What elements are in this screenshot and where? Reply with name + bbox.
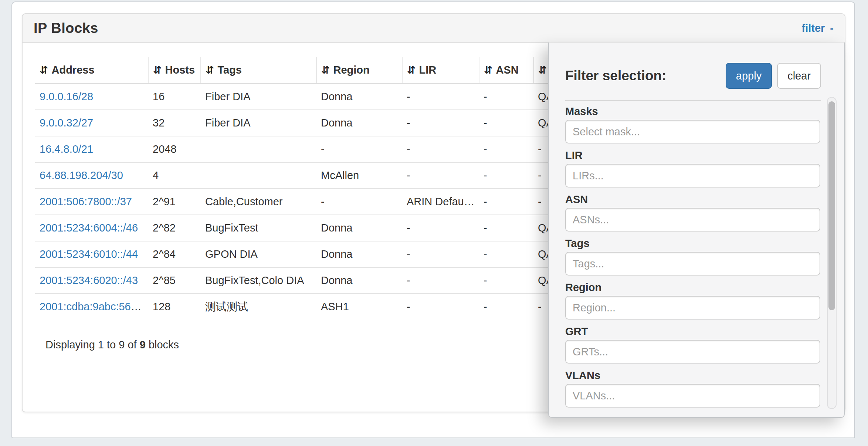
filter-panel-header: Filter selection: applyclear bbox=[565, 57, 821, 94]
tags-label: Tags bbox=[565, 236, 820, 251]
address-link[interactable]: 2001:506:7800::/37 bbox=[40, 196, 132, 207]
panel-scrollbar-thumb[interactable] bbox=[828, 101, 835, 310]
cell-address: 2001:5234:6010::/44 bbox=[35, 241, 148, 267]
cell-asn: - bbox=[479, 84, 533, 110]
cell-asn: - bbox=[479, 162, 533, 189]
address-link[interactable]: 16.4.8.0/21 bbox=[40, 143, 93, 155]
card-header: IP Blocks filter - bbox=[23, 14, 845, 43]
cell-tags bbox=[201, 162, 316, 189]
asn-label: ASN bbox=[565, 192, 820, 207]
address-link[interactable]: 64.88.198.204/30 bbox=[40, 169, 123, 181]
collapse-indicator-icon: - bbox=[830, 22, 834, 34]
filter-toggle-label[interactable]: filter bbox=[801, 22, 825, 34]
total-count: 9 bbox=[140, 339, 146, 351]
column-header-region[interactable]: ⇵Region bbox=[316, 57, 402, 84]
cell-tags: BugFixTest,Colo DIA bbox=[201, 267, 316, 294]
cell-asn: - bbox=[479, 241, 533, 267]
filter-group-region: Region bbox=[565, 280, 820, 320]
cell-asn: - bbox=[479, 136, 533, 162]
cell-region: - bbox=[316, 189, 402, 215]
lir-label: LIR bbox=[565, 148, 820, 163]
cell-address: 2001:5234:6020::/43 bbox=[35, 267, 148, 294]
filter-group-lir: LIR bbox=[565, 148, 820, 187]
cell-address: 64.88.198.204/30 bbox=[35, 162, 148, 189]
cell-asn: - bbox=[479, 215, 533, 241]
cell-address: 9.0.0.16/28 bbox=[35, 84, 148, 110]
cell-lir: - bbox=[402, 294, 479, 320]
cell-region: Donna bbox=[316, 241, 402, 267]
column-header-lir[interactable]: ⇵LIR bbox=[402, 57, 479, 84]
cell-lir: - bbox=[402, 267, 479, 294]
address-link[interactable]: 2001:cdba:9abc:5678::... bbox=[40, 301, 148, 312]
cell-hosts: 2^85 bbox=[148, 267, 201, 294]
clear-button[interactable]: clear bbox=[777, 63, 821, 89]
cell-tags: Fiber DIA bbox=[201, 84, 316, 110]
filter-group-masks: Masks bbox=[565, 104, 820, 143]
address-link[interactable]: 2001:5234:6004::/46 bbox=[40, 222, 138, 234]
cell-tags: GPON DIA bbox=[201, 241, 316, 267]
cell-tags: BugFixTest bbox=[201, 215, 316, 241]
filter-group-asn: ASN bbox=[565, 192, 820, 232]
divider bbox=[565, 100, 821, 101]
sort-icon: ⇵ bbox=[206, 64, 214, 76]
cell-hosts: 4 bbox=[148, 162, 201, 189]
cell-lir: - bbox=[402, 110, 479, 136]
cell-region: Donna bbox=[316, 84, 402, 110]
cell-tags: Cable,Customer bbox=[201, 189, 316, 215]
column-header-hosts[interactable]: ⇵Hosts bbox=[148, 57, 201, 84]
cell-lir: - bbox=[402, 162, 479, 189]
panel-scrollbar-track[interactable] bbox=[827, 97, 837, 409]
cell-region: - bbox=[316, 136, 402, 162]
sort-icon: ⇵ bbox=[153, 64, 162, 76]
cell-lir: - bbox=[402, 215, 479, 241]
grt-label: GRT bbox=[565, 324, 820, 339]
column-header-address[interactable]: ⇵Address bbox=[35, 57, 148, 84]
region-label: Region bbox=[565, 280, 820, 295]
cell-address: 2001:506:7800::/37 bbox=[35, 189, 148, 215]
cell-region: Donna bbox=[316, 267, 402, 294]
filter-group-vlans: VLANs bbox=[565, 368, 820, 408]
cell-hosts: 32 bbox=[148, 110, 201, 136]
cell-asn: - bbox=[479, 267, 533, 294]
lir-input[interactable] bbox=[565, 164, 820, 187]
address-link[interactable]: 9.0.0.32/27 bbox=[40, 117, 93, 129]
cell-address: 9.0.0.32/27 bbox=[35, 110, 148, 136]
address-link[interactable]: 9.0.0.16/28 bbox=[40, 91, 93, 102]
filter-fields: Masks LIR ASN Tags Region GRT VLANs bbox=[565, 104, 820, 412]
cell-region: Donna bbox=[316, 215, 402, 241]
cell-hosts: 16 bbox=[148, 84, 201, 110]
cell-hosts: 128 bbox=[148, 294, 201, 320]
cell-lir: - bbox=[402, 136, 479, 162]
filter-panel-actions: applyclear bbox=[726, 63, 821, 89]
cell-asn: - bbox=[479, 294, 533, 320]
cell-region: ASH1 bbox=[316, 294, 402, 320]
address-link[interactable]: 2001:5234:6010::/44 bbox=[40, 248, 138, 260]
cell-lir: ARIN Default ... bbox=[402, 189, 479, 215]
grt-input[interactable] bbox=[565, 340, 820, 364]
cell-tags bbox=[201, 136, 316, 162]
cell-asn: - bbox=[479, 189, 533, 215]
sort-icon: ⇵ bbox=[538, 64, 547, 76]
address-link[interactable]: 2001:5234:6020::/43 bbox=[40, 274, 138, 286]
cell-lir: - bbox=[402, 241, 479, 267]
cell-hosts: 2^84 bbox=[148, 241, 201, 267]
cell-address: 2001:cdba:9abc:5678::... bbox=[35, 294, 148, 320]
cell-hosts: 2^91 bbox=[148, 189, 201, 215]
cell-region: McAllen bbox=[316, 162, 402, 189]
page-title: IP Blocks bbox=[34, 20, 98, 36]
masks-label: Masks bbox=[565, 104, 820, 119]
cell-region: Donna bbox=[316, 110, 402, 136]
filter-toggle-link[interactable]: filter - bbox=[801, 22, 834, 34]
column-header-tags[interactable]: ⇵Tags bbox=[201, 57, 316, 84]
asn-input[interactable] bbox=[565, 208, 820, 232]
column-header-asn[interactable]: ⇵ASN bbox=[479, 57, 533, 84]
sort-icon: ⇵ bbox=[40, 64, 48, 76]
region-input[interactable] bbox=[565, 296, 820, 320]
cell-address: 16.4.8.0/21 bbox=[35, 136, 148, 162]
apply-button[interactable]: apply bbox=[726, 63, 772, 89]
masks-input[interactable] bbox=[565, 120, 820, 143]
filter-group-tags: Tags bbox=[565, 236, 820, 276]
cell-tags: Fiber DIA bbox=[201, 110, 316, 136]
vlans-input[interactable] bbox=[565, 384, 820, 408]
tags-input[interactable] bbox=[565, 252, 820, 276]
